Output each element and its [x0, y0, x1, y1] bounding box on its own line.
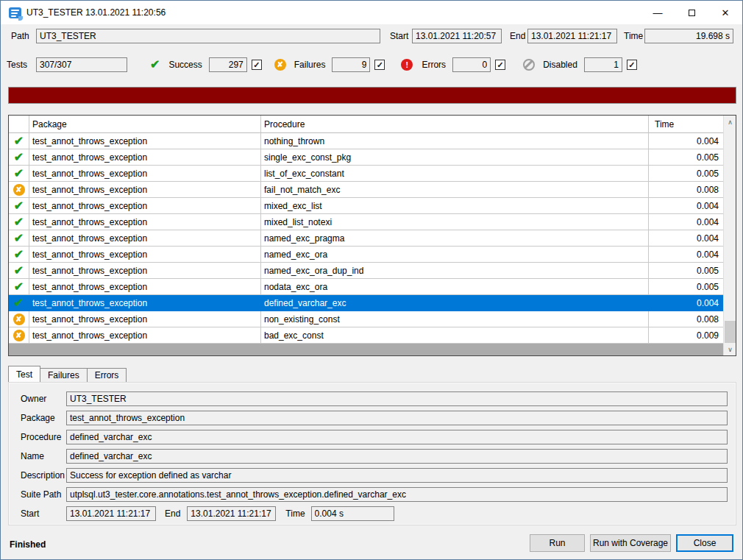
package-column-header[interactable]: Package: [29, 116, 261, 133]
time-field[interactable]: [644, 29, 733, 43]
procedure-cell: mixed_exc_list: [261, 198, 649, 214]
close-button[interactable]: ✕: [708, 1, 742, 24]
scroll-down-icon: ∨: [728, 346, 733, 353]
procedure-cell: mixed_list_notexi: [261, 214, 649, 230]
table-row[interactable]: ✔ test_annot_throws_exception nodata_exc…: [9, 279, 723, 295]
package-cell: test_annot_throws_exception: [29, 311, 261, 327]
package-cell: test_annot_throws_exception: [29, 327, 261, 344]
table-row[interactable]: ✔ test_annot_throws_exception mixed_exc_…: [9, 198, 723, 214]
table-row[interactable]: ✔ test_annot_throws_exception named_exc_…: [9, 230, 723, 247]
success-count-field[interactable]: [209, 57, 247, 72]
status-cell: ✔: [9, 214, 29, 230]
tab-test[interactable]: Test: [8, 366, 40, 382]
suite-path-field[interactable]: [66, 487, 728, 502]
disabled-filter-checkbox[interactable]: ✓: [627, 60, 637, 70]
disabled-icon: [523, 59, 535, 71]
table-row[interactable]: ✘ test_annot_throws_exception non_existi…: [9, 311, 723, 327]
procedure-cell: nothing_thrown: [261, 133, 649, 149]
owner-field[interactable]: [66, 391, 728, 406]
detail-time-field[interactable]: [311, 506, 394, 521]
success-icon: ✔: [14, 135, 24, 147]
table-row[interactable]: ✘ test_annot_throws_exception bad_exc_co…: [9, 327, 723, 344]
time-cell: 0.009: [649, 327, 723, 344]
success-icon: ✔: [14, 216, 24, 228]
success-icon: ✔: [14, 249, 24, 260]
scroll-down-button[interactable]: ∨: [724, 343, 736, 355]
table-row[interactable]: ✔ test_annot_throws_exception mixed_list…: [9, 214, 723, 230]
table-row[interactable]: ✔ test_annot_throws_exception named_exc_…: [9, 247, 723, 263]
errors-counter: ! Errors ✓: [401, 57, 505, 72]
run-with-coverage-button[interactable]: Run with Coverage: [590, 534, 671, 552]
package-cell: test_annot_throws_exception: [29, 247, 261, 263]
table-row[interactable]: ✘ test_annot_throws_exception fail_not_m…: [9, 182, 723, 198]
errors-filter-checkbox[interactable]: ✓: [495, 60, 505, 70]
success-filter-checkbox[interactable]: ✓: [252, 60, 262, 70]
run-button[interactable]: Run: [530, 534, 585, 552]
time-cell: 0.004: [649, 295, 723, 311]
tests-field[interactable]: [36, 57, 127, 72]
error-icon: !: [401, 59, 413, 71]
maximize-button[interactable]: [675, 1, 708, 24]
failure-icon: ✘: [13, 330, 25, 341]
tab-errors[interactable]: Errors: [87, 368, 127, 382]
failures-filter-checkbox[interactable]: ✓: [374, 60, 385, 70]
results-table-main: Package Procedure Time ✔ test_annot_thro…: [9, 116, 723, 355]
failures-label: Failures: [294, 60, 326, 70]
package-cell: test_annot_throws_exception: [29, 182, 261, 198]
description-label: Description: [21, 470, 66, 481]
table-row[interactable]: ✔ test_annot_throws_exception named_exc_…: [9, 263, 723, 279]
status-column-header[interactable]: [9, 116, 29, 133]
scroll-up-icon: ∧: [728, 118, 733, 126]
time-cell: 0.005: [649, 166, 723, 182]
table-row[interactable]: ✔ test_annot_throws_exception single_exc…: [9, 149, 723, 166]
disabled-count-field[interactable]: [584, 57, 622, 72]
detail-end-field[interactable]: [187, 506, 276, 521]
failures-count-field[interactable]: [332, 57, 370, 72]
success-icon: ✔: [14, 200, 24, 212]
status-cell: ✔: [9, 166, 29, 182]
window-title: UT3_TESTER 13.01.2021 11:20:56: [26, 7, 166, 18]
procedure-column-header[interactable]: Procedure: [261, 116, 649, 133]
procedure-cell: named_exc_ora: [261, 247, 649, 263]
name-row: Name: [21, 449, 728, 464]
checkbox-check-icon: ✓: [253, 61, 260, 69]
close-icon: ✕: [722, 7, 730, 18]
time-column-header[interactable]: Time: [649, 116, 723, 133]
end-field[interactable]: [527, 29, 617, 43]
checkbox-check-icon: ✓: [377, 61, 383, 69]
results-table-header: Package Procedure Time: [9, 116, 723, 133]
procedure-cell: named_exc_ora_dup_ind: [261, 263, 649, 279]
errors-count-field[interactable]: [452, 57, 491, 72]
tab-failures-label: Failures: [48, 370, 79, 380]
close-dialog-button[interactable]: Close: [676, 534, 733, 552]
success-label: Success: [168, 60, 202, 70]
scrollbar-thumb[interactable]: [725, 321, 736, 343]
package-field[interactable]: [66, 411, 728, 425]
owner-row: Owner: [21, 391, 728, 406]
table-row[interactable]: ✔ test_annot_throws_exception list_of_ex…: [9, 166, 723, 182]
procedure-cell: defined_varchar_exc: [261, 295, 649, 311]
table-row[interactable]: ✔ test_annot_throws_exception defined_va…: [9, 295, 723, 311]
name-field[interactable]: [66, 449, 728, 464]
table-row[interactable]: ✔ test_annot_throws_exception nothing_th…: [9, 133, 723, 149]
time-cell: 0.004: [649, 230, 723, 247]
procedure-field[interactable]: [66, 430, 728, 444]
scroll-up-button[interactable]: ∧: [724, 116, 736, 128]
start-field[interactable]: [412, 29, 502, 43]
path-field[interactable]: [36, 29, 380, 43]
minimize-button[interactable]: —: [641, 1, 675, 24]
checkbox-check-icon: ✓: [628, 61, 635, 69]
detail-end-label: End: [165, 508, 180, 519]
suite-path-label: Suite Path: [21, 489, 66, 500]
detail-start-field[interactable]: [66, 506, 156, 521]
package-cell: test_annot_throws_exception: [29, 166, 261, 182]
summary-row-path: Path Start End Time: [1, 28, 742, 44]
status-cell: ✔: [9, 198, 29, 214]
status-cell: ✔: [9, 230, 29, 247]
table-empty-area: [9, 344, 723, 355]
time-label: Time: [624, 31, 644, 41]
tab-failures[interactable]: Failures: [40, 368, 88, 382]
status-text: Finished: [10, 539, 46, 550]
description-field[interactable]: [66, 468, 728, 483]
vertical-scrollbar[interactable]: ∧ ∨: [723, 116, 736, 355]
